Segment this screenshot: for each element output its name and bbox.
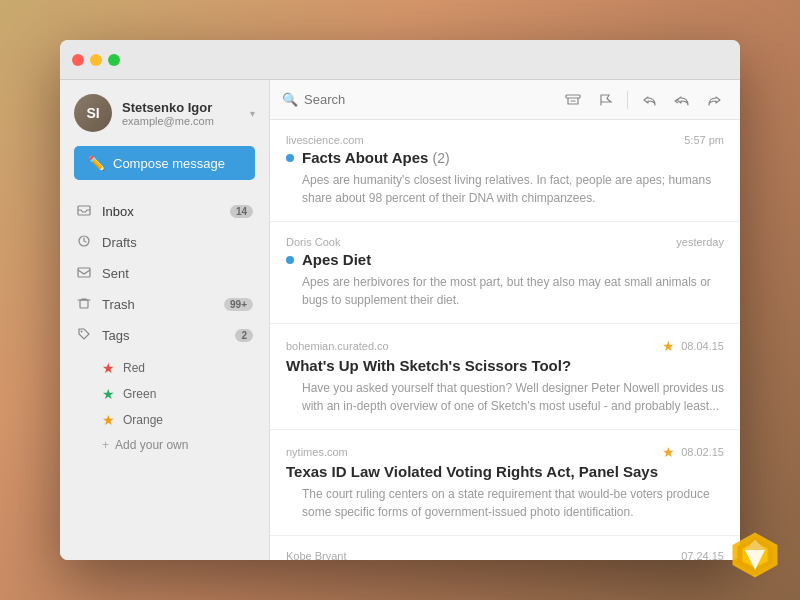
email-item[interactable]: livescience.com 5:57 pm Facts About Apes…: [270, 120, 740, 222]
email-item[interactable]: Kobe Bryant 07.24.15 Kobe convinced Lake…: [270, 536, 740, 560]
sketch-logo: [730, 530, 780, 580]
email-time: yesterday: [676, 236, 724, 248]
forward-button[interactable]: [700, 88, 728, 112]
toolbar: 🔍: [270, 80, 740, 120]
email-preview: Apes are herbivores for the most part, b…: [286, 273, 724, 309]
email-preview: The court ruling centers on a state requ…: [286, 485, 724, 521]
email-meta: Doris Cook yesterday: [286, 236, 724, 248]
email-source: Kobe Bryant: [286, 550, 347, 560]
titlebar: [60, 40, 740, 80]
email-time: 08.04.15: [681, 340, 724, 352]
inbox-label: Inbox: [102, 204, 220, 219]
email-time: 5:57 pm: [684, 134, 724, 146]
add-tag-label: Add your own: [115, 438, 188, 452]
email-title-row: Texas ID Law Violated Voting Rights Act,…: [286, 463, 724, 480]
orange-dot-icon: ★: [102, 412, 115, 428]
main-window: SI Stetsenko Igor example@me.com ▾ ✏️ Co…: [60, 40, 740, 560]
sidebar-item-sent[interactable]: Sent: [60, 258, 269, 289]
email-time: 08.02.15: [681, 446, 724, 458]
tag-red[interactable]: ★ Red: [60, 355, 269, 381]
archive-button[interactable]: [559, 88, 587, 112]
svg-rect-3: [80, 300, 88, 308]
email-title: What's Up With Sketch's Scissors Tool?: [286, 357, 571, 374]
email-list: livescience.com 5:57 pm Facts About Apes…: [270, 120, 740, 560]
email-preview: Apes are humanity's closest living relat…: [286, 171, 724, 207]
plus-icon: +: [102, 438, 109, 452]
star-icon: ★: [662, 338, 675, 354]
compose-button[interactable]: ✏️ Compose message: [74, 146, 255, 180]
green-dot-icon: ★: [102, 386, 115, 402]
inbox-badge: 14: [230, 205, 253, 218]
email-meta: bohemian.curated.co ★ 08.04.15: [286, 338, 724, 354]
email-title-row: What's Up With Sketch's Scissors Tool?: [286, 357, 724, 374]
svg-rect-2: [78, 268, 90, 277]
compose-icon: ✏️: [88, 155, 105, 171]
compose-label: Compose message: [113, 156, 225, 171]
tags-icon: [76, 327, 92, 344]
search-box: 🔍: [282, 92, 551, 107]
email-title: Texas ID Law Violated Voting Rights Act,…: [286, 463, 658, 480]
drafts-label: Drafts: [102, 235, 253, 250]
main-area: SI Stetsenko Igor example@me.com ▾ ✏️ Co…: [60, 80, 740, 560]
add-tag-button[interactable]: + Add your own: [60, 433, 269, 457]
user-name: Stetsenko Igor: [122, 100, 240, 115]
svg-point-4: [81, 331, 83, 333]
email-preview: Have you asked yourself that question? W…: [286, 379, 724, 415]
sidebar: SI Stetsenko Igor example@me.com ▾ ✏️ Co…: [60, 80, 270, 560]
maximize-button[interactable]: [108, 54, 120, 66]
tags-label: Tags: [102, 328, 225, 343]
tags-badge: 2: [235, 329, 253, 342]
sent-icon: [76, 265, 92, 282]
unread-dot: [286, 256, 294, 264]
sidebar-item-trash[interactable]: Trash 99+: [60, 289, 269, 320]
email-meta: nytimes.com ★ 08.02.15: [286, 444, 724, 460]
right-panel: 🔍: [270, 80, 740, 560]
minimize-button[interactable]: [90, 54, 102, 66]
reply-all-button[interactable]: [668, 88, 696, 112]
drafts-icon: [76, 234, 92, 251]
tags-section: ★ Red ★ Green ★ Orange + Add your own: [60, 355, 269, 457]
email-item[interactable]: nytimes.com ★ 08.02.15 Texas ID Law Viol…: [270, 430, 740, 536]
inbox-icon: [76, 203, 92, 220]
unread-dot: [286, 154, 294, 162]
trash-badge: 99+: [224, 298, 253, 311]
email-time: 07.24.15: [681, 550, 724, 560]
close-button[interactable]: [72, 54, 84, 66]
email-title-row: Facts About Apes (2): [286, 149, 724, 166]
sent-label: Sent: [102, 266, 253, 281]
chevron-down-icon: ▾: [250, 108, 255, 119]
email-title: Facts About Apes (2): [302, 149, 450, 166]
tag-green[interactable]: ★ Green: [60, 381, 269, 407]
tag-orange[interactable]: ★ Orange: [60, 407, 269, 433]
traffic-lights: [72, 54, 120, 66]
email-source: Doris Cook: [286, 236, 340, 248]
email-title-row: Apes Diet: [286, 251, 724, 268]
email-item[interactable]: Doris Cook yesterday Apes Diet Apes are …: [270, 222, 740, 324]
search-icon: 🔍: [282, 92, 298, 107]
email-title: Apes Diet: [302, 251, 371, 268]
user-section: SI Stetsenko Igor example@me.com ▾: [60, 94, 269, 146]
email-item[interactable]: bohemian.curated.co ★ 08.04.15 What's Up…: [270, 324, 740, 430]
email-source: livescience.com: [286, 134, 364, 146]
reply-button[interactable]: [636, 88, 664, 112]
email-source: bohemian.curated.co: [286, 340, 389, 352]
sidebar-item-drafts[interactable]: Drafts: [60, 227, 269, 258]
trash-label: Trash: [102, 297, 214, 312]
trash-icon: [76, 296, 92, 313]
tag-orange-label: Orange: [123, 413, 163, 427]
star-icon: ★: [662, 444, 675, 460]
email-meta: Kobe Bryant 07.24.15: [286, 550, 724, 560]
sidebar-item-inbox[interactable]: Inbox 14: [60, 196, 269, 227]
email-source: nytimes.com: [286, 446, 348, 458]
user-email: example@me.com: [122, 115, 240, 127]
toolbar-separator: [627, 91, 628, 109]
sidebar-item-tags[interactable]: Tags 2: [60, 320, 269, 351]
toolbar-actions: [559, 88, 728, 112]
user-info: Stetsenko Igor example@me.com: [122, 100, 240, 127]
email-count: (2): [433, 150, 450, 166]
avatar: SI: [74, 94, 112, 132]
search-input[interactable]: [304, 92, 551, 107]
svg-rect-5: [566, 95, 580, 98]
flag-button[interactable]: [591, 88, 619, 112]
red-dot-icon: ★: [102, 360, 115, 376]
